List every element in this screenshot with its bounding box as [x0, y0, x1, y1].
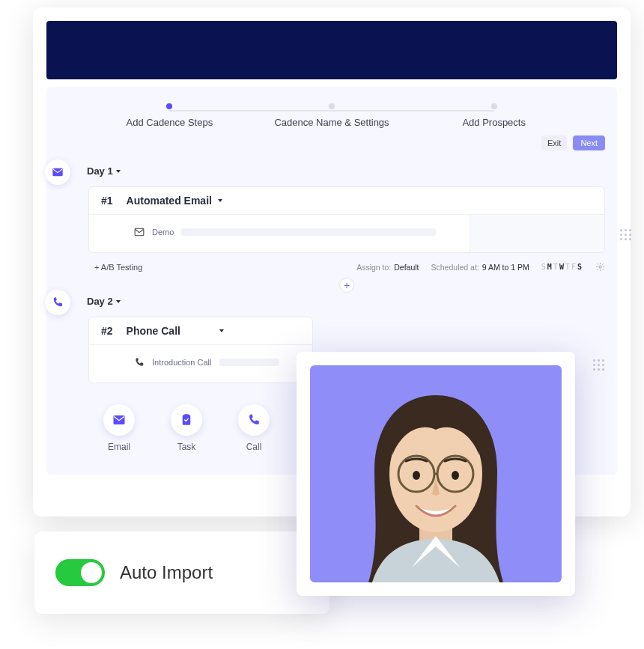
- scheduled-at[interactable]: Scheduled at: 9 AM to 1 PM: [431, 263, 529, 272]
- avatar-illustration: [323, 373, 548, 582]
- stepper: Add Cadence Steps Cadence Name & Setting…: [58, 99, 605, 128]
- step-subject-1: Demo: [152, 228, 174, 237]
- gear-icon[interactable]: [595, 262, 605, 272]
- email-icon: [52, 166, 64, 178]
- day-group-1: Day 1 #1 Automated Email Demo: [58, 164, 605, 293]
- stepper-actions: Exit Next: [58, 135, 605, 150]
- scheduled-at-key: Scheduled at:: [431, 263, 479, 272]
- step-header-1: #1 Automated Email: [89, 187, 604, 215]
- drag-handle-2[interactable]: [593, 359, 604, 371]
- add-step-button[interactable]: +: [339, 278, 354, 293]
- step-type-dropdown-2[interactable]: Phone Call: [127, 325, 224, 337]
- chevron-down-icon: [116, 300, 121, 303]
- action-task-label: Task: [177, 442, 196, 452]
- ab-testing-link[interactable]: + A/B Testing: [94, 263, 142, 272]
- stepper-step-3[interactable]: Add Prospects: [413, 103, 575, 128]
- step-type-label-1: Automated Email: [127, 195, 212, 207]
- action-task[interactable]: Task: [171, 404, 202, 452]
- stepper-label-2: Cadence Name & Settings: [274, 117, 389, 128]
- stepper-step-2[interactable]: Cadence Name & Settings: [251, 103, 413, 128]
- action-email-label: Email: [108, 442, 130, 452]
- step-footer-1: + A/B Testing Assign to: Default Schedul…: [88, 262, 605, 272]
- chevron-down-icon: [219, 329, 224, 332]
- add-step-between: +: [88, 278, 605, 293]
- step-subject-2: Introduction Call: [152, 358, 212, 367]
- avatar-image: [310, 365, 562, 582]
- day-marker-icon-2: [45, 290, 70, 315]
- day-label-text-2: Day 2: [87, 296, 113, 307]
- next-button[interactable]: Next: [573, 135, 605, 150]
- stepper-dot-1: [166, 103, 172, 109]
- phone-icon: [134, 357, 145, 368]
- day-marker-icon-1: [45, 159, 70, 185]
- subject-placeholder-2: [219, 359, 279, 366]
- stepper-dot-3: [491, 103, 497, 109]
- toggle-knob: [81, 562, 102, 583]
- email-icon: [112, 413, 126, 427]
- step-body-1[interactable]: Demo: [89, 215, 470, 252]
- drag-handle-1[interactable]: [620, 229, 631, 240]
- auto-import-card: Auto Import: [34, 531, 329, 614]
- assign-to-value: Default: [394, 263, 419, 272]
- step-type-label-2: Phone Call: [127, 325, 180, 337]
- step-body-side-1: [470, 215, 604, 252]
- exit-button[interactable]: Exit: [541, 135, 567, 150]
- assign-to[interactable]: Assign to: Default: [356, 263, 419, 272]
- stepper-label-3: Add Prospects: [462, 117, 526, 128]
- step-card-1: #1 Automated Email Demo: [88, 186, 605, 253]
- step-type-dropdown-1[interactable]: Automated Email: [127, 195, 222, 207]
- stepper-step-1[interactable]: Add Cadence Steps: [88, 103, 251, 128]
- step-number-2: #2: [101, 325, 113, 337]
- auto-import-label: Auto Import: [120, 562, 213, 583]
- email-outline-icon: [134, 227, 145, 237]
- day-label-2[interactable]: Day 2: [87, 296, 121, 307]
- chevron-down-icon: [116, 170, 121, 173]
- chevron-down-icon: [218, 199, 222, 202]
- avatar-card: [297, 352, 575, 596]
- phone-icon: [247, 413, 261, 427]
- subject-placeholder-1: [181, 228, 436, 236]
- action-email[interactable]: Email: [103, 404, 135, 452]
- day-label-text-1: Day 1: [87, 165, 113, 177]
- stepper-label-1: Add Cadence Steps: [127, 117, 213, 128]
- task-icon: [180, 413, 193, 427]
- step-header-2: #2 Phone Call: [89, 317, 312, 345]
- phone-icon: [52, 296, 64, 308]
- day-label-1[interactable]: Day 1: [87, 165, 121, 177]
- step-number-1: #1: [101, 195, 113, 207]
- step-body-2[interactable]: Introduction Call: [89, 345, 312, 383]
- step-card-2: #2 Phone Call Introduction Call: [88, 317, 313, 383]
- auto-import-toggle[interactable]: [55, 559, 105, 586]
- scheduled-at-value: 9 AM to 1 PM: [482, 263, 529, 272]
- action-call-label: Call: [246, 442, 262, 452]
- assign-to-key: Assign to:: [356, 263, 391, 272]
- days-of-week[interactable]: SMTWTFS: [541, 263, 583, 271]
- app-header-bar: [46, 21, 617, 79]
- svg-point-11: [452, 471, 459, 480]
- action-call[interactable]: Call: [238, 404, 270, 452]
- stepper-dot-2: [329, 103, 335, 109]
- svg-point-10: [413, 471, 420, 480]
